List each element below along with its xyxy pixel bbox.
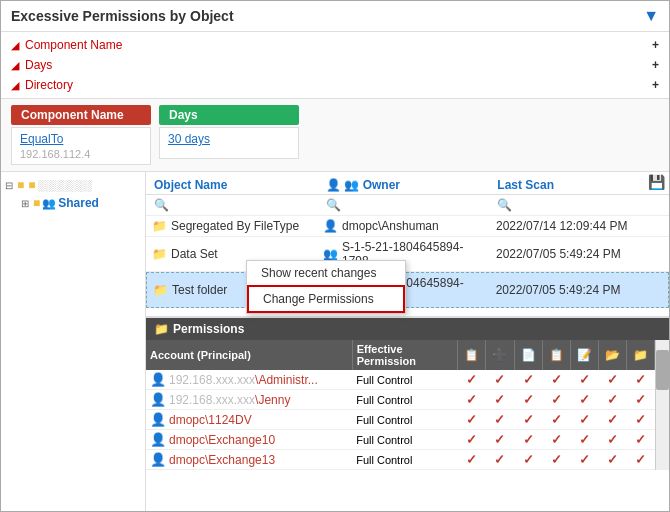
user-link-2[interactable]: 👤dmopc\1124DV: [150, 412, 348, 427]
search-icon-scan[interactable]: 🔍: [497, 198, 512, 212]
tree-folder2-icon: ■: [28, 178, 35, 192]
filter-item-directory: ◢ Directory +: [11, 76, 659, 94]
col-account-header: Account (Principal): [146, 340, 352, 370]
perm-check-0-2: ✓: [514, 370, 542, 390]
user-link-0[interactable]: 👤192.168.xxx.xxx\Administr...: [150, 372, 348, 387]
filter-add-component[interactable]: +: [652, 38, 659, 52]
tag-days-value: 30 days: [159, 127, 299, 159]
check-mark: ✓: [494, 432, 505, 447]
search-icon-owner[interactable]: 🔍: [326, 198, 341, 212]
col-perm-1-header: 📋: [458, 340, 486, 370]
perm-icon-1: 📋: [464, 348, 479, 362]
perm-account-1[interactable]: 👤192.168.xxx.xxx\Jenny: [146, 390, 352, 410]
perm-account-3[interactable]: 👤dmopc\Exchange10: [146, 430, 352, 450]
row-name-0: Segregated By FileType: [171, 219, 299, 233]
check-mark: ✓: [635, 452, 646, 467]
filter-add-directory[interactable]: +: [652, 78, 659, 92]
tree-folder-icon: ■: [17, 178, 24, 192]
account-name-1: 192.168.xxx.xxx\Jenny: [169, 393, 290, 407]
user-link-3[interactable]: 👤dmopc\Exchange10: [150, 432, 348, 447]
perm-check-3-3: ✓: [542, 430, 570, 450]
col-header-object: Object Name: [150, 176, 322, 194]
check-mark: ✓: [551, 392, 562, 407]
check-mark: ✓: [494, 372, 505, 387]
folder-icon-2: 📁: [153, 283, 168, 297]
ip-value: 192.168.112.4: [20, 148, 142, 160]
filter-label-days: Days: [25, 58, 52, 72]
col-perm-6-header: 📂: [598, 340, 626, 370]
perm-account-4[interactable]: 👤dmopc\Exchange13: [146, 450, 352, 470]
tree-blur-text: ░░░░░░░: [38, 179, 93, 191]
ctx-show-recent[interactable]: Show recent changes: [247, 261, 405, 285]
user-icon-3: 👤: [150, 432, 166, 447]
col-perm-2-header: ➕: [486, 340, 514, 370]
account-name-4: dmopc\Exchange13: [169, 453, 275, 467]
cell-scan-0: 2022/07/14 12:09:44 PM: [492, 218, 665, 234]
row-owner-0: dmopc\Anshuman: [342, 219, 439, 233]
perm-account-2[interactable]: 👤dmopc\1124DV: [146, 410, 352, 430]
tree-user-icon: 👥: [42, 197, 56, 210]
perm-account-0[interactable]: 👤192.168.xxx.xxx\Administr...: [146, 370, 352, 390]
days-value-link[interactable]: 30 days: [168, 132, 290, 146]
perm-check-1-5: ✓: [598, 390, 626, 410]
check-mark: ✓: [466, 432, 477, 447]
table-row[interactable]: 📁 Data Set 👥 S-1-5-21-1804645894-1798...…: [146, 237, 669, 272]
tag-days-box: Days 30 days: [159, 105, 299, 165]
check-mark: ✓: [607, 452, 618, 467]
filter-icon[interactable]: ▼: [643, 7, 659, 25]
perm-check-2-4: ✓: [570, 410, 598, 430]
owner-icons: 👤 👥: [326, 178, 359, 192]
perm-icon-5: 📝: [577, 348, 592, 362]
folder-icon-1: 📁: [152, 247, 167, 261]
filter-tags-row: Component Name EqualTo 192.168.112.4 Day…: [1, 99, 669, 172]
tree-shared-item[interactable]: ⊞ ■ 👥 Shared: [17, 194, 145, 212]
table-row[interactable]: 📁 Segregated By FileType 👤 dmopc\Anshuma…: [146, 216, 669, 237]
search-icon-object[interactable]: 🔍: [154, 198, 169, 212]
main-window: Excessive Permissions by Object ▼ ◢ Comp…: [0, 0, 670, 512]
perm-check-3-4: ✓: [570, 430, 598, 450]
filter-add-days[interactable]: +: [652, 58, 659, 72]
perm-check-0-6: ✓: [627, 370, 655, 390]
cell-scan-1: 2022/07/05 5:49:24 PM: [492, 246, 665, 262]
user-icon-1: 👤: [150, 392, 166, 407]
perm-check-2-1: ✓: [486, 410, 514, 430]
tree-collapse-icon[interactable]: ⊟: [5, 180, 13, 191]
check-mark: ✓: [579, 412, 590, 427]
tree-root-item[interactable]: ⊟ ■ ■ ░░░░░░░: [1, 176, 145, 194]
perm-check-1-1: ✓: [486, 390, 514, 410]
col-effective-header: Effective Permission: [352, 340, 458, 370]
tree-shared-folder-icon: ■: [33, 196, 40, 210]
cell-object-0: 📁 Segregated By FileType: [150, 218, 319, 234]
tree-shared-label[interactable]: Shared: [58, 196, 99, 210]
equal-to-link[interactable]: EqualTo: [20, 132, 142, 146]
check-mark: ✓: [607, 372, 618, 387]
check-mark: ✓: [635, 372, 646, 387]
row-name-1: Data Set: [171, 247, 218, 261]
perm-icon-6: 📂: [605, 348, 620, 362]
check-mark: ✓: [635, 392, 646, 407]
perm-effective-3: Full Control: [352, 430, 458, 450]
perms-folder-icon: 📁: [154, 322, 169, 336]
check-mark: ✓: [494, 392, 505, 407]
user-link-1[interactable]: 👤192.168.xxx.xxx\Jenny: [150, 392, 348, 407]
check-mark: ✓: [579, 372, 590, 387]
perm-check-2-3: ✓: [542, 410, 570, 430]
check-mark: ✓: [466, 412, 477, 427]
check-mark: ✓: [579, 452, 590, 467]
table-row[interactable]: 📁 Test folder 👥 S-1-5-21-1804645894-1798…: [146, 272, 669, 308]
check-mark: ✓: [551, 372, 562, 387]
tree-expand-icon[interactable]: ⊞: [21, 198, 29, 209]
perm-icon-2: ➕: [492, 348, 507, 362]
save-icon[interactable]: 💾: [648, 174, 665, 190]
perm-effective-4: Full Control: [352, 450, 458, 470]
check-mark: ✓: [551, 412, 562, 427]
permissions-scrollbar[interactable]: [655, 340, 669, 470]
perm-effective-0: Full Control: [352, 370, 458, 390]
perm-check-1-0: ✓: [458, 390, 486, 410]
ctx-change-permissions[interactable]: Change Permissions: [247, 285, 405, 313]
perm-icon-3: 📄: [521, 348, 536, 362]
check-mark: ✓: [635, 412, 646, 427]
filter-funnel-icon: ◢: [11, 39, 19, 52]
user-link-4[interactable]: 👤dmopc\Exchange13: [150, 452, 348, 467]
filter-list: ◢ Component Name + ◢ Days + ◢ Directory …: [1, 32, 669, 99]
